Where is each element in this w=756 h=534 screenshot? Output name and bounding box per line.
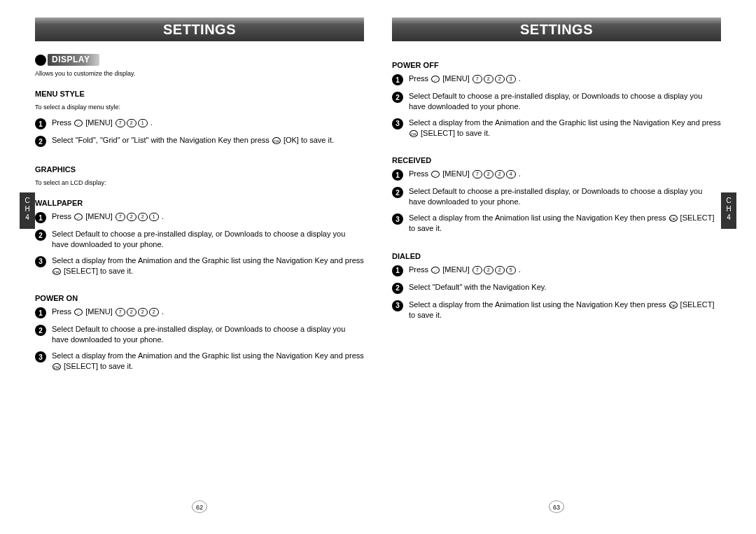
page-title-bar-left: SETTINGS xyxy=(35,17,364,41)
step-item: 1 Press ⟋ [MENU] 7223 . xyxy=(392,73,721,85)
softkey-icon: ⟋ xyxy=(431,171,440,178)
page-title-left: SETTINGS xyxy=(163,22,236,38)
key-icon: 2 xyxy=(484,170,493,178)
step-text: Select a display from the Animation and … xyxy=(52,351,364,372)
step-item: 3 Select a display from the Animation an… xyxy=(392,118,721,139)
step-text: Press ⟋ [MENU] 7225 . xyxy=(409,265,721,275)
chapter-tab-ch: C H xyxy=(20,197,35,213)
step-text: Select "Fold", "Grid" or "List" with the… xyxy=(52,135,364,146)
step-item: 1 Press ⟋ [MENU] 7221 . xyxy=(35,211,364,223)
step-text: Select "Default" with the Navigation Key… xyxy=(409,282,721,293)
step-item: 3 Select a display from the Animation li… xyxy=(392,300,721,321)
step-text: Select Default to choose a pre-installed… xyxy=(409,186,721,207)
page-title-bar-right: SETTINGS xyxy=(392,17,721,41)
display-badge-text: DISPLAY xyxy=(48,54,99,66)
ok-key-icon: OK xyxy=(410,130,418,137)
step-number-icon: 1 xyxy=(35,212,46,223)
step-number-icon: 2 xyxy=(35,136,46,147)
key-icon: 2 xyxy=(495,266,505,274)
heading-power-off: POWER OFF xyxy=(392,61,721,69)
heading-menu-style: MENU STYLE xyxy=(35,90,364,98)
key-icon: 2 xyxy=(127,213,136,221)
step-text: Select Default to choose a pre-installed… xyxy=(52,324,364,345)
step-text: Select a display from the Animation list… xyxy=(409,300,721,321)
step-number-icon: 3 xyxy=(35,256,46,267)
softkey-icon: ⟋ xyxy=(74,213,83,220)
softkey-icon: ⟋ xyxy=(74,120,83,127)
heading-dialed: DIALED xyxy=(392,252,721,260)
display-description: Allows you to customize the display. xyxy=(35,70,364,77)
key-icon: 2 xyxy=(495,170,505,178)
chapter-tab-left: C H 4 xyxy=(20,192,35,229)
ok-key-icon: OK xyxy=(669,215,678,222)
page-left: C H 4 SETTINGS DISPLAY Allows you to cus… xyxy=(35,17,364,513)
step-item: 3 Select a display from the Animation an… xyxy=(35,255,364,276)
step-item: 3 Select a display from the Animation li… xyxy=(392,213,721,234)
step-text: Select a display from the Animation list… xyxy=(409,213,721,234)
key-icon: 4 xyxy=(506,170,516,178)
key-icon: 7 xyxy=(115,119,125,127)
power-on-steps: 1 Press ⟋ [MENU] 7222 . 2 Select Default… xyxy=(35,307,364,377)
step-item: 1 Press ⟋ [MENU] 7222 . xyxy=(35,307,364,318)
step-number-icon: 3 xyxy=(392,213,403,225)
step-item: 1 Press ⟋ [MENU] 7225 . xyxy=(392,265,721,276)
step-text: Select Default to choose a pre-installed… xyxy=(409,91,721,112)
step-item: 2 Select Default to choose a pre-install… xyxy=(35,324,364,345)
step-text: Press ⟋ [MENU] 7222 . xyxy=(52,307,364,317)
step-number-icon: 1 xyxy=(392,265,403,276)
softkey-icon: ⟋ xyxy=(431,76,440,83)
step-number-icon: 3 xyxy=(392,118,403,129)
key-icon: 7 xyxy=(472,75,482,83)
page-right: C H 4 SETTINGS POWER OFF 1 Press ⟋ [MENU… xyxy=(392,17,721,513)
received-steps: 1 Press ⟋ [MENU] 7224 . 2 Select Default… xyxy=(392,169,721,239)
step-number-icon: 2 xyxy=(392,283,403,294)
step-number-icon: 1 xyxy=(392,74,403,85)
heading-received: RECEIVED xyxy=(392,156,721,164)
step-item: 2 Select "Fold", "Grid" or "List" with t… xyxy=(35,135,364,147)
bullet-icon xyxy=(35,55,46,66)
chapter-tab-num: 4 xyxy=(721,213,736,222)
key-icon: 7 xyxy=(472,170,482,178)
step-number-icon: 2 xyxy=(35,325,46,336)
key-icon: 1 xyxy=(149,213,159,221)
key-icon: 2 xyxy=(149,308,159,316)
dialed-steps: 1 Press ⟋ [MENU] 7225 . 2 Select "Defaul… xyxy=(392,265,721,326)
softkey-icon: ⟋ xyxy=(74,309,83,316)
key-icon: 2 xyxy=(127,119,136,127)
menu-style-desc: To select a display menu style: xyxy=(35,104,364,111)
page-number-left: 62 xyxy=(35,496,364,513)
step-number-icon: 2 xyxy=(35,230,46,241)
step-text: Select a display from the Animation and … xyxy=(409,118,721,139)
step-number-icon: 2 xyxy=(392,92,403,103)
softkey-icon: ⟋ xyxy=(431,267,440,274)
step-item: 3 Select a display from the Animation an… xyxy=(35,351,364,372)
key-icon: 2 xyxy=(495,75,505,83)
step-text: Press ⟋ [MENU] 7224 . xyxy=(409,169,721,179)
step-number-icon: 1 xyxy=(35,307,46,318)
ok-key-icon: OK xyxy=(272,137,281,144)
step-item: 2 Select Default to choose a pre-install… xyxy=(35,229,364,250)
page-spread: C H 4 SETTINGS DISPLAY Allows you to cus… xyxy=(0,0,756,534)
chapter-tab-ch: C H xyxy=(721,197,736,213)
key-icon: 5 xyxy=(506,266,516,274)
key-icon: 7 xyxy=(115,308,125,316)
menu-style-steps: 1 Press ⟋ [MENU] 721 . 2 Select "Fold", … xyxy=(35,118,364,153)
key-icon: 2 xyxy=(138,308,148,316)
ok-key-icon: OK xyxy=(52,363,61,370)
display-section-badge: DISPLAY xyxy=(35,54,364,66)
step-number-icon: 3 xyxy=(35,351,46,363)
chapter-tab-num: 4 xyxy=(20,213,35,222)
step-item: 2 Select "Default" with the Navigation K… xyxy=(392,282,721,294)
heading-graphics: GRAPHICS xyxy=(35,165,364,174)
ok-key-icon: OK xyxy=(52,268,61,275)
key-icon: 3 xyxy=(506,75,516,83)
power-off-steps: 1 Press ⟋ [MENU] 7223 . 2 Select Default… xyxy=(392,73,721,143)
heading-power-on: POWER ON xyxy=(35,294,364,302)
chapter-tab-right: C H 4 xyxy=(721,192,736,229)
step-item: 2 Select Default to choose a pre-install… xyxy=(392,91,721,112)
page-title-right: SETTINGS xyxy=(520,22,593,38)
step-number-icon: 2 xyxy=(392,187,403,198)
key-icon: 2 xyxy=(138,213,148,221)
step-text: Press ⟋ [MENU] 7221 . xyxy=(52,211,364,222)
ok-key-icon: OK xyxy=(669,302,678,309)
